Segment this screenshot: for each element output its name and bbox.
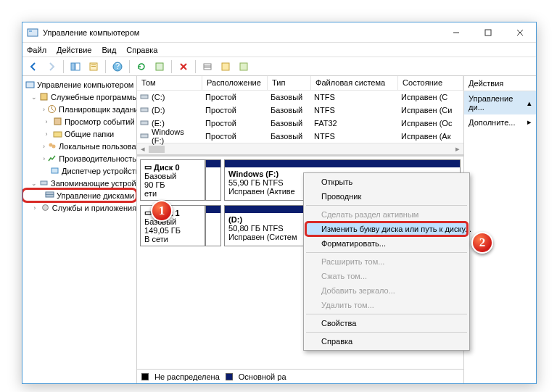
- svg-rect-12: [222, 63, 229, 70]
- properties-button[interactable]: [86, 59, 102, 75]
- actions-more[interactable]: Дополните...▸: [464, 114, 536, 130]
- expand-icon[interactable]: ›: [43, 118, 50, 125]
- ctx-delete: Удалить том...: [305, 298, 468, 312]
- expand-icon[interactable]: ›: [31, 204, 38, 212]
- ctx-make-active: Сделать раздел активным: [305, 207, 468, 222]
- ctx-open[interactable]: Открыть: [305, 175, 468, 189]
- tree-panel: Управление компьютером (л ⌄Служебные про…: [22, 76, 137, 383]
- volume-row[interactable]: (D:)ПростойБазовыйNTFSИсправен (Си: [137, 104, 463, 117]
- forward-button[interactable]: [44, 59, 59, 75]
- ctx-extend: Расширить том...: [305, 254, 468, 269]
- tree-disk-management[interactable]: Управление дисками: [22, 189, 136, 201]
- volume-row[interactable]: Windows (F:)ПростойБазовыйNTFSИсправен (…: [137, 130, 463, 143]
- ctx-shrink: Сжать том...: [305, 269, 468, 283]
- volume-header: Том Расположение Тип Файловая система Со…: [137, 76, 463, 91]
- partition-block[interactable]: [205, 159, 221, 201]
- help-button[interactable]: ?: [110, 59, 125, 75]
- scroll-right-icon[interactable]: ▸: [453, 145, 462, 154]
- svg-rect-21: [51, 168, 58, 173]
- drive-icon: [137, 118, 147, 128]
- svg-rect-0: [28, 29, 38, 36]
- tree-events[interactable]: ›Просмотр событий: [22, 115, 136, 128]
- menu-help[interactable]: Справка: [126, 46, 157, 54]
- list-button[interactable]: [199, 59, 215, 75]
- volume-row[interactable]: (C:)ПростойБазовыйNTFSИсправен (С: [137, 91, 463, 104]
- separator: [306, 205, 467, 206]
- separator: [105, 60, 106, 73]
- ctx-change-letter[interactable]: Изменить букву диска или путь к диску...: [305, 222, 468, 236]
- drive-icon: [137, 92, 147, 102]
- svg-rect-1: [29, 30, 32, 32]
- actions-title: Действия: [464, 76, 536, 91]
- expand-icon[interactable]: ›: [43, 106, 45, 113]
- svg-rect-22: [41, 181, 47, 185]
- separator: [306, 252, 467, 253]
- context-menu: Открыть Проводник Сделать раздел активны…: [303, 172, 470, 351]
- show-hide-button[interactable]: [67, 59, 83, 75]
- expand-icon[interactable]: ⌄: [31, 93, 37, 101]
- close-button[interactable]: [504, 22, 536, 42]
- svg-rect-4: [75, 63, 80, 70]
- col-type[interactable]: Тип: [268, 76, 311, 90]
- col-state[interactable]: Состояние: [398, 76, 463, 90]
- tree-services[interactable]: ›Службы и приложения: [22, 201, 136, 214]
- svg-text:?: ?: [115, 62, 120, 70]
- drive-icon: [137, 131, 147, 141]
- svg-rect-18: [54, 132, 62, 137]
- tree-shared[interactable]: ›Общие папки: [22, 128, 136, 140]
- svg-rect-13: [240, 63, 247, 70]
- tree-root[interactable]: Управление компьютером (л: [22, 78, 136, 91]
- tree-users[interactable]: ›Локальные пользовател: [22, 140, 136, 152]
- tree-perf[interactable]: ›Производительность: [22, 152, 136, 164]
- col-volume[interactable]: Том: [137, 76, 202, 90]
- refresh-button[interactable]: [133, 59, 149, 75]
- tree-system-tools[interactable]: ⌄Служебные программы: [22, 91, 136, 103]
- svg-rect-10: [156, 63, 163, 70]
- tree-devmgr[interactable]: Диспетчер устройств: [22, 164, 136, 177]
- menu-file[interactable]: Файл: [27, 46, 46, 54]
- svg-rect-17: [54, 118, 61, 125]
- actions-diskmgmt[interactable]: Управление ди...▴: [464, 91, 536, 114]
- legend-swatch-unallocated: [141, 373, 149, 380]
- back-button[interactable]: [25, 59, 41, 75]
- menu-view[interactable]: Вид: [102, 46, 116, 54]
- settings-button[interactable]: [152, 59, 168, 75]
- window-controls: [440, 22, 536, 42]
- legend: Не распределена Основной ра: [137, 369, 463, 383]
- partition-block[interactable]: [205, 205, 221, 246]
- separator: [306, 332, 467, 333]
- scroll-thumb[interactable]: [149, 146, 165, 153]
- expand-icon[interactable]: ›: [43, 143, 45, 150]
- minimize-button[interactable]: [440, 22, 472, 42]
- maximize-button[interactable]: [472, 22, 504, 42]
- svg-rect-3: [71, 63, 75, 70]
- scroll-left-icon[interactable]: ◂: [139, 145, 147, 154]
- chevron-right-icon: ▸: [527, 117, 532, 127]
- menu-action[interactable]: Действие: [57, 46, 91, 54]
- expand-icon[interactable]: ⌄: [31, 180, 37, 187]
- disk-info[interactable]: ▭Диск 1 Базовый 149,05 ГБ В сети: [140, 205, 205, 246]
- annotation-badge-2: 2: [471, 232, 493, 254]
- titlebar: Управление компьютером: [22, 22, 536, 43]
- disk-info[interactable]: ▭Диск 0 Базовый 90 ГБ ети: [140, 159, 205, 201]
- ctx-properties[interactable]: Свойства: [305, 316, 468, 330]
- tree-storage[interactable]: ⌄Запоминающие устройст: [22, 177, 136, 189]
- ctx-format[interactable]: Форматировать...: [305, 236, 468, 251]
- expand-icon[interactable]: ›: [43, 130, 50, 138]
- col-fs[interactable]: Файловая система: [311, 76, 398, 90]
- action-button[interactable]: [218, 59, 234, 75]
- expand-icon[interactable]: ›: [43, 155, 45, 162]
- svg-point-20: [52, 145, 56, 149]
- ctx-mirror: Добавить зеркало...: [305, 283, 468, 298]
- ctx-help[interactable]: Справка: [305, 334, 468, 349]
- ctx-explorer[interactable]: Проводник: [305, 189, 468, 204]
- tree-scheduler[interactable]: ›Планировщик заданий: [22, 103, 136, 115]
- separator: [306, 314, 467, 314]
- window-title: Управление компьютером: [43, 28, 440, 37]
- separator: [63, 60, 64, 73]
- action2-button[interactable]: [236, 59, 252, 75]
- col-layout[interactable]: Расположение: [202, 76, 268, 90]
- delete-button[interactable]: [176, 59, 191, 75]
- svg-rect-23: [46, 194, 54, 197]
- separator: [195, 60, 196, 73]
